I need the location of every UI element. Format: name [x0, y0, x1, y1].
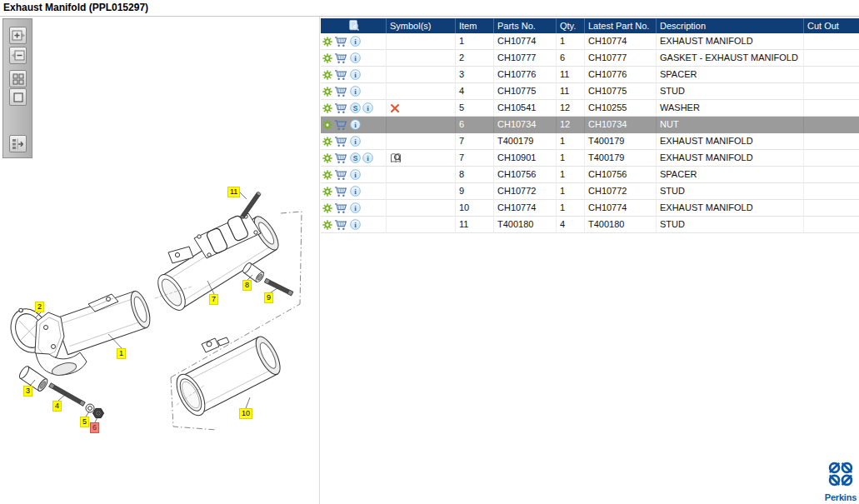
cart-button[interactable] — [334, 186, 348, 197]
info-button[interactable]: i — [362, 152, 373, 163]
header-cell-parts-no[interactable]: Parts No. — [494, 18, 557, 33]
cart-button[interactable] — [334, 152, 348, 164]
cell-latest-part-no: T400180 — [585, 217, 657, 233]
table-row[interactable]: i6CH1073412CH10734NUT — [321, 117, 859, 133]
gear-button[interactable] — [322, 53, 332, 63]
part-label-4[interactable]: 4 — [52, 401, 62, 412]
cart-button[interactable] — [334, 69, 348, 81]
row-symbols — [387, 167, 456, 183]
info-icon: i — [362, 102, 373, 113]
cart-button[interactable] — [334, 219, 348, 231]
info-button[interactable]: i — [362, 102, 373, 113]
info-button[interactable]: i — [350, 219, 361, 230]
table-row[interactable]: Si5CH1054112CH10255WASHER — [321, 100, 859, 117]
info-button[interactable]: i — [350, 119, 361, 130]
table-row[interactable]: i8CH107561CH10756SPACER — [321, 167, 859, 183]
cart-button[interactable] — [334, 136, 348, 147]
tile-view-icon — [11, 72, 26, 87]
table-row[interactable]: i11T4001804T400180STUD — [321, 217, 859, 233]
part-label-2[interactable]: 2 — [35, 302, 44, 312]
row-symbols — [387, 183, 456, 200]
cell-item: 7 — [456, 150, 494, 167]
header-cell-symbols[interactable]: Symbol(s) — [387, 18, 456, 33]
gear-button[interactable] — [322, 137, 332, 147]
cart-button[interactable] — [334, 52, 348, 64]
part-label-9[interactable]: 9 — [264, 292, 273, 303]
cell-description: GASKET - EXHAUST MANIFOLD — [657, 50, 804, 67]
part-label-10[interactable]: 10 — [239, 408, 252, 419]
gear-button[interactable] — [322, 187, 332, 197]
cell-item: 11 — [456, 217, 494, 233]
table-row[interactable]: i7T4001791T400179EXHAUST MANIFOLD — [321, 133, 859, 150]
cell-qty: 4 — [557, 217, 585, 233]
part-label-6[interactable]: 6 — [90, 422, 99, 433]
tile-view-button[interactable] — [9, 70, 27, 87]
cell-item: 5 — [456, 100, 494, 117]
table-row[interactable]: i2CH107776CH10777GASKET - EXHAUST MANIFO… — [321, 50, 859, 67]
part-label-1[interactable]: 1 — [117, 348, 126, 359]
header-cell-qty[interactable]: Qty. — [557, 18, 585, 33]
gear-button[interactable] — [322, 203, 332, 213]
row-actions: i — [321, 133, 387, 150]
header-cell-description[interactable]: Description — [657, 18, 804, 33]
cell-qty: 11 — [557, 67, 585, 83]
fit-view-button[interactable] — [9, 88, 27, 106]
info-button[interactable]: i — [350, 36, 361, 47]
table-row[interactable]: i10CH107741CH10774EXHAUST MANIFOLD — [321, 200, 859, 217]
zoom-in-button[interactable] — [9, 27, 27, 44]
cart-button[interactable] — [334, 169, 348, 181]
gear-button[interactable] — [322, 87, 332, 97]
cell-description: SPACER — [657, 167, 804, 183]
cart-button[interactable] — [334, 36, 348, 47]
cell-description: STUD — [657, 183, 804, 200]
catalog-search-symbol[interactable] — [390, 152, 403, 164]
header-cell-cut-out[interactable]: Cut Out — [804, 18, 859, 33]
part-label-7[interactable]: 7 — [209, 294, 218, 305]
table-row[interactable]: i1CH107741CH10774EXHAUST MANIFOLD — [321, 33, 859, 50]
cell-cut-out — [804, 67, 859, 83]
info-button[interactable]: i — [350, 52, 361, 63]
cell-item: 7 — [456, 133, 494, 150]
header-cell-latest-part-no[interactable]: Latest Part No. — [585, 18, 657, 33]
part-label-8[interactable]: 8 — [242, 280, 252, 291]
substitute-button[interactable]: S — [350, 152, 361, 163]
gear-button[interactable] — [322, 37, 332, 47]
cart-button[interactable] — [334, 202, 348, 214]
info-button[interactable]: i — [350, 186, 361, 197]
cell-description: STUD — [657, 217, 804, 233]
zoom-in-icon — [11, 28, 26, 43]
svg-text:i: i — [354, 87, 357, 96]
header-cell-actions[interactable] — [321, 18, 387, 33]
table-row[interactable]: i9CH107721CH10772STUD — [321, 183, 859, 200]
part-label-11[interactable]: 11 — [227, 187, 240, 197]
cart-button[interactable] — [334, 102, 348, 114]
header-cell-item[interactable]: Item — [456, 18, 494, 33]
gear-button[interactable] — [322, 170, 332, 180]
cell-latest-part-no: CH10775 — [585, 83, 657, 100]
gear-button[interactable] — [322, 103, 332, 113]
info-button[interactable]: i — [350, 136, 361, 147]
info-button[interactable]: i — [350, 86, 361, 97]
info-button[interactable]: i — [350, 169, 361, 180]
gear-button[interactable] — [322, 220, 332, 230]
cart-button[interactable] — [334, 119, 348, 131]
cell-latest-part-no: T400179 — [585, 133, 657, 150]
part-label-3[interactable]: 3 — [23, 386, 32, 397]
info-button[interactable]: i — [350, 202, 361, 213]
cart-button[interactable] — [334, 86, 348, 97]
part-label-5[interactable]: 5 — [80, 417, 89, 427]
cell-latest-part-no: CH10772 — [585, 183, 657, 200]
cart-icon — [334, 52, 348, 64]
cart-icon — [334, 219, 348, 231]
table-row[interactable]: Si7CH109011T400179EXHAUST MANIFOLD — [321, 150, 859, 167]
gear-button[interactable] — [322, 120, 332, 130]
gear-button[interactable] — [322, 153, 332, 163]
row-actions: i — [321, 167, 387, 183]
table-row[interactable]: i4CH1077511CH10775STUD — [321, 83, 859, 100]
info-button[interactable]: i — [350, 69, 361, 80]
gear-button[interactable] — [322, 70, 332, 80]
substitute-button[interactable]: S — [350, 102, 361, 113]
zoom-out-button[interactable] — [9, 47, 27, 64]
table-row[interactable]: i3CH1077611CH10776SPACER — [321, 67, 859, 83]
export-panel-button[interactable] — [9, 135, 27, 152]
